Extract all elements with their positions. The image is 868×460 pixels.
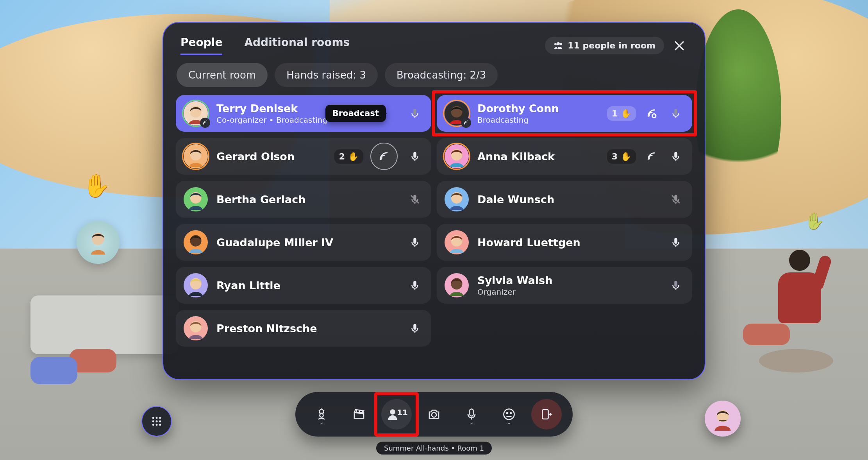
participant-card[interactable]: Bertha Gerlach xyxy=(176,181,431,218)
svg-point-51 xyxy=(432,413,436,417)
mic-icon[interactable] xyxy=(667,105,684,122)
mic-muted-icon[interactable] xyxy=(667,191,684,208)
participant-actions xyxy=(406,320,423,337)
people-button[interactable]: 11 xyxy=(381,399,412,430)
close-button[interactable] xyxy=(671,38,688,54)
participant-actions xyxy=(406,191,423,208)
participant-card[interactable]: Dale Wunsch xyxy=(437,181,692,218)
svg-rect-33 xyxy=(413,281,416,287)
raised-hand-icon: ✋ xyxy=(804,211,825,231)
control-dock: ⌃ 11 ⌃ ⌃ xyxy=(295,392,573,437)
leave-icon xyxy=(539,407,554,421)
svg-rect-27 xyxy=(413,238,416,244)
hand-order-pill: 2✋ xyxy=(334,149,363,164)
mic-icon[interactable] xyxy=(406,148,423,165)
participant-name: Guadalupe Miller IV xyxy=(216,236,333,249)
room-name-pill: Summer All-hands • Room 1 xyxy=(376,442,492,455)
avatar xyxy=(184,187,208,211)
svg-point-43 xyxy=(152,421,154,422)
participant-info: Gerard Olson xyxy=(216,150,295,163)
reactions-button[interactable]: ⌃ xyxy=(494,399,524,430)
participant-actions: 1✋ xyxy=(607,105,684,122)
participant-card[interactable]: Dorothy Conn Broadcasting 1✋ xyxy=(437,95,692,132)
panel-header: People Additional rooms 11 people in roo… xyxy=(173,36,695,55)
filter-chip[interactable]: Current room xyxy=(177,63,268,87)
participant-info: Dale Wunsch xyxy=(477,193,554,206)
leave-button[interactable] xyxy=(531,399,562,430)
mic-icon[interactable] xyxy=(406,320,423,337)
clapperboard-button[interactable] xyxy=(344,399,374,430)
tab-additional-rooms[interactable]: Additional rooms xyxy=(244,36,350,55)
hand-order-pill: 3✋ xyxy=(607,149,636,164)
tab-people[interactable]: People xyxy=(180,36,222,55)
participant-actions xyxy=(667,277,684,294)
participant-card[interactable]: Howard Luettgen xyxy=(437,224,692,261)
svg-rect-18 xyxy=(674,152,677,158)
filter-chip[interactable]: Broadcasting: 2/3 xyxy=(385,63,498,87)
svg-rect-4 xyxy=(413,109,416,115)
mic-icon xyxy=(464,407,479,421)
mic-icon[interactable] xyxy=(667,148,684,165)
participant-info: Ryan Little xyxy=(216,279,280,292)
chevron-up-icon: ⌃ xyxy=(469,422,474,428)
participant-name: Sylvia Walsh xyxy=(477,274,552,286)
participant-card[interactable]: Guadalupe Miller IV xyxy=(176,224,431,261)
mic-icon[interactable] xyxy=(406,277,423,294)
grid-icon xyxy=(151,415,163,427)
svg-point-46 xyxy=(152,424,154,426)
participant-card[interactable]: Ryan Little xyxy=(176,267,431,304)
svg-rect-56 xyxy=(543,410,548,419)
svg-point-41 xyxy=(156,417,158,419)
broadcast-stop-icon[interactable] xyxy=(643,105,660,122)
participant-card[interactable]: Preston Nitzsche xyxy=(176,310,431,347)
participant-card[interactable]: Sylvia Walsh Organizer xyxy=(437,267,692,304)
people-count-pill[interactable]: 11 people in room xyxy=(545,37,664,54)
mic-icon[interactable] xyxy=(406,105,423,122)
participant-info: Dorothy Conn Broadcasting xyxy=(477,102,559,125)
self-avatar-button[interactable] xyxy=(705,401,741,437)
svg-point-48 xyxy=(159,424,161,426)
profile-button[interactable]: ⌃ xyxy=(306,399,337,430)
participant-subtitle: Broadcasting xyxy=(477,115,559,125)
remote-avatar-bubble[interactable] xyxy=(77,221,120,264)
participant-name: Gerard Olson xyxy=(216,150,295,163)
participant-name: Dale Wunsch xyxy=(477,193,554,206)
avatar xyxy=(445,230,469,254)
participant-actions xyxy=(406,105,423,122)
svg-rect-30 xyxy=(674,238,677,244)
participant-name: Preston Nitzsche xyxy=(216,322,317,335)
filter-chip[interactable]: Hands raised: 3 xyxy=(275,63,378,87)
avatar xyxy=(184,316,208,340)
mic-button[interactable]: ⌃ xyxy=(456,399,487,430)
svg-point-13 xyxy=(380,158,382,159)
mic-icon[interactable] xyxy=(667,234,684,251)
avatar xyxy=(184,144,208,168)
participant-actions xyxy=(406,277,423,294)
camera-icon xyxy=(427,407,441,421)
mic-icon[interactable] xyxy=(667,277,684,294)
panel-tabs: People Additional rooms xyxy=(180,36,350,55)
chevron-up-icon: ⌃ xyxy=(319,422,324,428)
participant-card[interactable]: Anna Kilback 3✋ xyxy=(437,138,692,175)
participant-actions xyxy=(667,234,684,251)
mic-muted-icon[interactable] xyxy=(406,191,423,208)
camera-button[interactable] xyxy=(419,399,449,430)
participant-card[interactable]: Gerard Olson 2✋ xyxy=(176,138,431,175)
svg-rect-39 xyxy=(413,324,416,330)
participant-actions: 3✋ xyxy=(607,148,684,165)
participant-name: Dorothy Conn xyxy=(477,102,559,115)
svg-point-44 xyxy=(156,421,158,422)
participant-subtitle: Co-organizer • Broadcasting xyxy=(216,115,327,125)
svg-point-45 xyxy=(159,421,161,422)
mic-icon[interactable] xyxy=(406,234,423,251)
broadcast-toggle[interactable] xyxy=(370,143,398,170)
svg-point-50 xyxy=(390,410,395,414)
apps-button[interactable] xyxy=(141,406,172,437)
participant-info: Guadalupe Miller IV xyxy=(216,236,333,249)
svg-point-40 xyxy=(152,417,154,419)
participant-name: Terry Denisek xyxy=(216,102,327,115)
participant-card[interactable]: Terry Denisek Co-organizer • Broadcastin… xyxy=(176,95,431,132)
remote-avatar-standing xyxy=(770,250,829,336)
avatar xyxy=(445,144,469,168)
broadcast-icon[interactable] xyxy=(643,148,660,165)
